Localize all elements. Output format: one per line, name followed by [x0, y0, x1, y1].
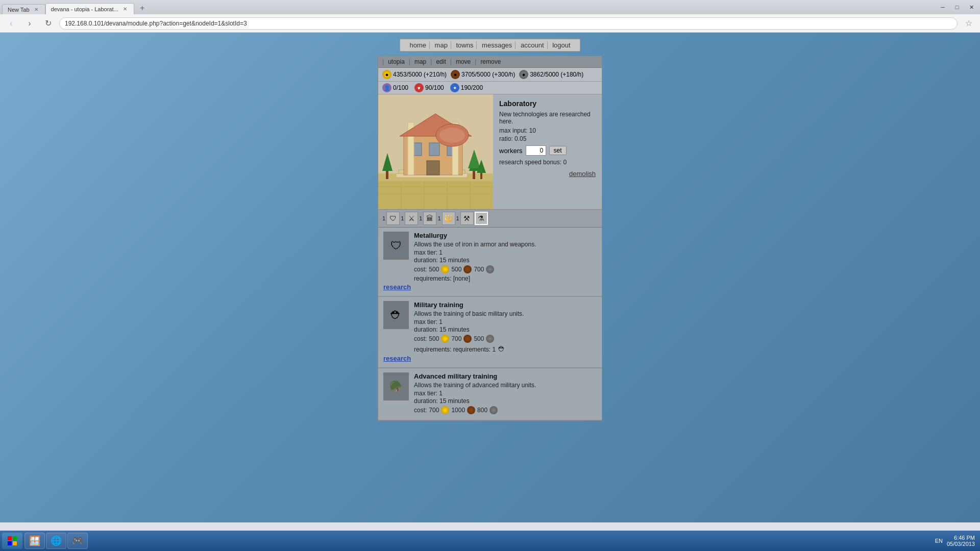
stone-cost-icon-m	[486, 335, 494, 343]
demolish-link[interactable]: demolish	[569, 170, 596, 178]
svg-rect-21	[473, 170, 475, 179]
slot-6-icon: ⚗	[475, 212, 488, 225]
tech-metallurgy-name: Metallurgy	[414, 232, 597, 239]
tech-metallurgy-duration: duration: 15 minutes	[414, 257, 597, 264]
panel-header: | utopia | map | edit | move | remove	[378, 56, 602, 68]
game-navigation: home map towns messages account logout	[0, 33, 980, 56]
population-value: 0/100	[393, 84, 408, 91]
tab-label: New Tab	[8, 7, 30, 13]
slot-1-num: 1	[382, 215, 385, 221]
building-image	[378, 94, 493, 209]
nav-home[interactable]: home	[406, 41, 430, 49]
nav-account[interactable]: account	[518, 41, 548, 49]
req-text: requirements:	[414, 346, 453, 353]
bookmark-button[interactable]: ☆	[962, 16, 976, 31]
mana-icon: ✦	[450, 83, 459, 92]
tech-metallurgy-cost: cost: 500 500 700	[414, 265, 597, 273]
tab-close-active-btn[interactable]: ✕	[121, 6, 129, 13]
cost-label: cost:	[414, 266, 427, 273]
demolish-row: demolish	[499, 170, 596, 178]
research-metallurgy-link[interactable]: research	[383, 282, 411, 292]
slot-3[interactable]: 1 🏛	[419, 212, 436, 225]
game-panel: | utopia | map | edit | move | remove ● …	[378, 56, 602, 421]
minimize-button[interactable]: ─	[936, 2, 949, 12]
slot-3-num: 1	[419, 215, 422, 221]
building-name: Laboratory	[499, 99, 596, 108]
tech-advanced-tier: max tier: 1	[414, 390, 597, 397]
stone-cost-icon-a	[489, 406, 498, 414]
gold-cost-icon-a	[441, 406, 449, 414]
window-controls: ─ □ ✕	[936, 2, 978, 12]
stone-icon: ●	[519, 70, 528, 79]
set-workers-button[interactable]: set	[549, 146, 567, 155]
clock-time: 6:46 PM	[947, 535, 975, 541]
start-button[interactable]	[2, 533, 22, 549]
slot-4[interactable]: 1 🔱	[437, 212, 455, 225]
nav-logout[interactable]: logout	[549, 41, 573, 49]
workers-input[interactable]	[526, 145, 546, 156]
building-ratio: ratio: 0.05	[499, 135, 596, 142]
slot-2-icon: ⚔	[405, 212, 418, 225]
close-button[interactable]: ✕	[965, 2, 978, 12]
tab-close-btn[interactable]: ✕	[33, 6, 40, 13]
svg-rect-28	[8, 536, 12, 540]
header-link-remove[interactable]: remove	[480, 58, 501, 65]
reload-button[interactable]: ↻	[41, 16, 55, 31]
header-link-move[interactable]: move	[456, 58, 471, 65]
population-icon: 👤	[382, 83, 391, 92]
slot-6-active[interactable]: ⚗	[475, 212, 488, 225]
stat-hp: ♥ 90/100	[414, 83, 444, 92]
slot-2[interactable]: 1 ⚔	[401, 212, 418, 225]
taskbar-item-explorer[interactable]: 🪟	[24, 533, 45, 549]
new-tab-button[interactable]: +	[136, 2, 149, 14]
header-link-map[interactable]: map	[414, 58, 426, 65]
tech-metallurgy-req: requirements: [none]	[414, 275, 597, 282]
nav-messages[interactable]: messages	[479, 41, 516, 49]
tech-metallurgy-inner: 🛡 Metallurgy Allows the use of iron in a…	[383, 232, 597, 282]
header-link-edit[interactable]: edit	[436, 58, 446, 65]
slot-3-icon: 🏛	[423, 212, 436, 225]
slot-2-num: 1	[401, 215, 404, 221]
tech-advanced-military: 🪖 Advanced military training Allows the …	[378, 368, 602, 420]
slot-1[interactable]: 1 🛡	[382, 212, 400, 225]
system-tray: EN	[935, 538, 943, 544]
wood-cost-icon	[463, 265, 472, 273]
taskbar: 🪟 🌐 🎮 EN 6:46 PM 05/03/2013	[0, 531, 980, 551]
building-max-input: max input: 10	[499, 127, 596, 134]
stone-value: 3862/5000 (+180/h)	[530, 71, 583, 78]
tech-military-req: requirements: requirements: 1 ⛑	[414, 344, 597, 354]
tech-military-training: ⛑ Military training Allows the training …	[378, 297, 602, 368]
windows-logo-icon	[7, 536, 17, 546]
back-button[interactable]: ‹	[4, 16, 18, 31]
building-description: New technologies are researched here.	[499, 111, 596, 125]
slot-5[interactable]: 1 ⚒	[456, 212, 474, 225]
taskbar-item-chrome[interactable]: 🌐	[46, 533, 66, 549]
research-speed: research speed bonus: 0	[499, 159, 596, 166]
browser-window: New Tab ✕ devana - utopia - Laborat... ✕…	[0, 0, 980, 531]
nav-towns[interactable]: towns	[453, 41, 477, 49]
nav-map[interactable]: map	[432, 41, 451, 49]
cost-gold-a: 700	[429, 407, 439, 414]
hp-value: 90/100	[425, 84, 444, 91]
header-link-utopia[interactable]: utopia	[388, 58, 405, 65]
workers-label: workers	[499, 147, 523, 155]
tech-military-name: Military training	[414, 301, 597, 309]
req-helmet-icon: ⛑	[497, 344, 506, 354]
stat-mana: ✦ 190/200	[450, 83, 483, 92]
tab-active[interactable]: devana - utopia - Laborat... ✕	[45, 3, 134, 14]
tech-metallurgy-details: Metallurgy Allows the use of iron in arm…	[414, 232, 597, 282]
taskbar-right: EN 6:46 PM 05/03/2013	[935, 535, 978, 547]
tech-advanced-cost: cost: 700 1000 800	[414, 406, 597, 414]
tab-new-tab[interactable]: New Tab ✕	[2, 4, 45, 14]
address-input[interactable]	[59, 17, 958, 30]
building-svg	[378, 94, 493, 209]
tech-advanced-duration: duration: 15 minutes	[414, 397, 597, 405]
taskbar-item-game[interactable]: 🎮	[67, 533, 88, 549]
forward-button[interactable]: ›	[22, 16, 37, 31]
maximize-button[interactable]: □	[950, 2, 964, 12]
svg-rect-24	[480, 172, 482, 179]
stat-population: 👤 0/100	[382, 83, 408, 92]
research-military-link[interactable]: research	[383, 354, 411, 363]
tech-metallurgy: 🛡 Metallurgy Allows the use of iron in a…	[378, 228, 602, 296]
tech-military-icon: ⛑	[383, 301, 409, 329]
